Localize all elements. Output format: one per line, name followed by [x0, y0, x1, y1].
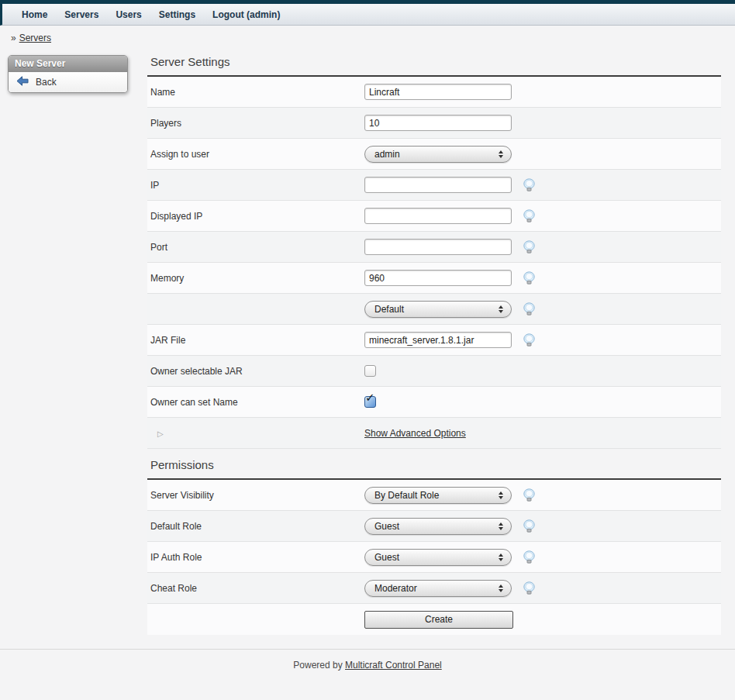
nav-item-servers[interactable]: Servers [64, 9, 98, 20]
help-bulb-icon[interactable] [523, 581, 536, 595]
footer-credit: Powered by Multicraft Control Panel [0, 660, 735, 671]
cheat-role-select-value: Moderator [374, 583, 417, 594]
nav-item-settings[interactable]: Settings [159, 9, 195, 20]
select-up-down-arrows-icon [499, 584, 503, 592]
page-footer: Powered by Multicraft Control Panel [0, 649, 735, 671]
row-control-assign-to-user: admin [364, 146, 512, 163]
form-row-cheat-role: Cheat RoleModerator [147, 573, 721, 604]
section-server-settings: Server SettingsNamePlayersAssign to user… [147, 55, 721, 449]
sidebar-menu: New Server Back [8, 55, 128, 93]
select-up-down-arrows-icon [499, 305, 503, 313]
server-visibility-select-value: By Default Role [374, 490, 439, 501]
form-row-memory: Memory [147, 263, 721, 294]
help-bulb-icon[interactable] [523, 519, 536, 533]
row-control-ip [364, 177, 536, 193]
row-control-cheat-role: Moderator [364, 580, 536, 597]
row-label-ip: IP [147, 180, 364, 191]
row-label-server-visibility: Server Visibility [147, 490, 364, 501]
row-control-memory [364, 270, 536, 286]
footer-credit-text: Powered by [293, 660, 342, 671]
ip-auth-role-select[interactable]: Guest [364, 549, 512, 566]
default-role-select[interactable]: Guest [364, 518, 512, 535]
sidebar-item-back-label: Back [36, 77, 57, 88]
form-row-name: Name [147, 77, 721, 108]
form-row-jar-file: JAR File [147, 325, 721, 356]
main-nav: HomeServersUsersSettingsLogout (admin) [0, 4, 735, 26]
memory-input[interactable] [364, 270, 512, 286]
section-permissions: PermissionsServer VisibilityBy Default R… [147, 458, 721, 635]
breadcrumb-separator: » [11, 33, 16, 43]
row-label-default-role: Default Role [147, 521, 364, 532]
show-advanced-options-link[interactable]: Show Advanced Options [364, 428, 466, 439]
row-label-jar-file: JAR File [147, 335, 364, 346]
row-label-memory: Memory [147, 273, 364, 284]
help-bulb-icon[interactable] [523, 178, 536, 191]
select-up-down-arrows-icon [499, 553, 503, 561]
port-input[interactable] [364, 239, 512, 255]
form-row-port: Port [147, 232, 721, 263]
default-role-select-value: Guest [374, 521, 399, 532]
form-row-ip-auth-role: IP Auth RoleGuest [147, 542, 721, 573]
form-row-create: Create [147, 604, 721, 635]
form-row-assign-to-user: Assign to useradmin [147, 139, 721, 170]
triangle-right-icon[interactable]: ▷ [157, 429, 164, 438]
row-control-ip-auth-role: Guest [364, 549, 536, 566]
row-control-default: Default [364, 301, 536, 318]
form-content: Server SettingsNamePlayersAssign to user… [147, 55, 721, 635]
page-body: New Server Back Server SettingsNamePlaye… [0, 55, 735, 635]
owner-can-set-name-checkbox[interactable]: ✓ [364, 396, 376, 408]
row-label-assign-to-user: Assign to user [147, 149, 364, 160]
help-bulb-icon[interactable] [523, 333, 536, 347]
create-button[interactable]: Create [364, 611, 513, 629]
row-label-cheat-role: Cheat Role [147, 583, 364, 594]
row-label-displayed-ip: Displayed IP [147, 211, 364, 222]
ip-input[interactable] [364, 177, 512, 193]
help-bulb-icon[interactable] [523, 209, 536, 222]
section-title-server-settings: Server Settings [150, 55, 721, 68]
row-label-players: Players [147, 118, 364, 129]
footer-divider [0, 649, 735, 650]
players-input[interactable] [364, 115, 512, 131]
help-bulb-icon[interactable] [523, 550, 536, 564]
form-row-default-role: Default RoleGuest [147, 511, 721, 542]
row-control-show-advanced-options: Show Advanced Options [364, 428, 466, 439]
help-bulb-icon[interactable] [523, 302, 536, 316]
row-control-server-visibility: By Default Role [364, 487, 536, 504]
form-row-server-visibility: Server VisibilityBy Default Role [147, 480, 721, 511]
jar-file-input[interactable] [364, 332, 512, 348]
sidebar-item-back[interactable]: Back [9, 72, 127, 92]
assign-to-user-select-value: admin [374, 149, 400, 160]
default-select-value: Default [374, 304, 404, 315]
row-control-owner-selectable-jar [364, 365, 376, 377]
owner-selectable-jar-checkbox[interactable] [364, 365, 376, 377]
footer-link-multicraft[interactable]: Multicraft Control Panel [345, 660, 442, 671]
help-bulb-icon[interactable] [523, 271, 536, 284]
name-input[interactable] [364, 84, 512, 100]
server-visibility-select[interactable]: By Default Role [364, 487, 512, 504]
row-control-players [364, 115, 512, 131]
ip-auth-role-select-value: Guest [374, 552, 399, 563]
displayed-ip-input[interactable] [364, 208, 512, 224]
form-row-ip: IP [147, 170, 721, 201]
nav-item-logout-admin[interactable]: Logout (admin) [212, 9, 280, 20]
select-up-down-arrows-icon [499, 491, 503, 499]
sidebar-title: New Server [9, 56, 127, 72]
select-up-down-arrows-icon [499, 522, 503, 530]
row-control-owner-can-set-name: ✓ [364, 396, 376, 408]
row-control-port [364, 239, 536, 255]
row-label-advanced-toggle: ▷ [147, 428, 364, 439]
breadcrumb-link-servers[interactable]: Servers [19, 33, 51, 43]
nav-item-home[interactable]: Home [22, 9, 47, 20]
row-control-name [364, 84, 512, 100]
row-label-port: Port [147, 242, 364, 253]
select-up-down-arrows-icon [499, 150, 503, 158]
assign-to-user-select[interactable]: admin [364, 146, 512, 163]
row-label-owner-can-set-name: Owner can set Name [147, 397, 364, 408]
cheat-role-select[interactable]: Moderator [364, 580, 512, 597]
nav-item-users[interactable]: Users [116, 9, 141, 20]
default-select[interactable]: Default [364, 301, 512, 318]
help-bulb-icon[interactable] [523, 488, 536, 502]
section-title-permissions: Permissions [150, 458, 721, 471]
row-label-name: Name [147, 87, 364, 98]
help-bulb-icon[interactable] [523, 240, 536, 253]
